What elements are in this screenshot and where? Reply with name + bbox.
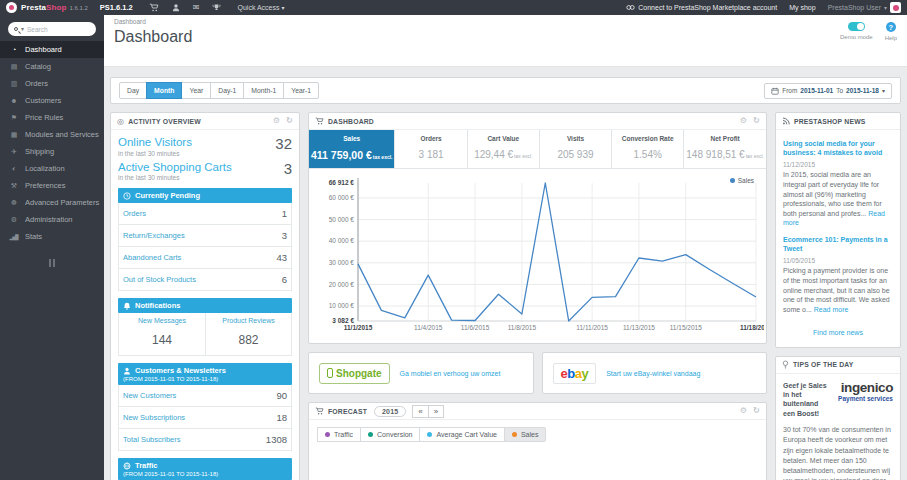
sidebar-item-orders[interactable]: ▥Orders (0, 75, 104, 92)
kpi-visits[interactable]: Visits205 939 (539, 130, 611, 168)
refresh-icon[interactable]: ↻ (286, 117, 293, 125)
sidebar-item-shipping[interactable]: ✈Shipping (0, 143, 104, 160)
kpi-net-profit[interactable]: Net Profit148 918,51 €tax excl. (683, 130, 766, 168)
forecast-legend: Traffic Conversion Average Cart Value Sa… (309, 420, 766, 449)
ebay-link[interactable]: Start uw eBay-winkel vandaag (606, 370, 700, 377)
brand-text: PrestaShop (21, 3, 66, 12)
date-range-button[interactable]: From2015-11-01 To2015-11-18 ▾ (764, 83, 892, 99)
activity-panel-title: ACTIVITY OVERVIEW (128, 118, 201, 125)
demo-mode-toggle[interactable]: Demo mode (840, 22, 873, 41)
news-article-title[interactable]: Using social media for your business: 4 … (783, 139, 893, 157)
legend-average-cart-value[interactable]: Average Cart Value (419, 427, 504, 442)
my-shop-link[interactable]: My shop (789, 4, 815, 11)
svg-text:11/6/2015: 11/6/2015 (461, 324, 490, 331)
month-button[interactable]: Month (146, 82, 182, 99)
tip-body: 30 tot 70% van de consumenten in Europa … (783, 425, 893, 480)
help-button[interactable]: ?Help (885, 22, 897, 41)
administration-icon: ⚙ (9, 216, 18, 224)
search-input[interactable] (27, 26, 79, 33)
tip-headline: Geef je Sales in het buitenland een Boos… (783, 381, 829, 419)
dashboard-panel-title: DASHBOARD (328, 118, 374, 125)
marketplace-link[interactable]: Connect to PrestaShop Marketplace accoun… (626, 4, 777, 11)
year-button[interactable]: Year (181, 82, 211, 99)
person-icon[interactable] (172, 3, 180, 12)
year-minus-1-button[interactable]: Year-1 (283, 82, 319, 99)
svg-text:60 000 €: 60 000 € (329, 194, 355, 201)
sidebar-item-advanced-parameters[interactable]: ☸Advanced Parameters (0, 194, 104, 211)
preferences-icon: ⚒ (9, 182, 18, 190)
kpi-conversion-rate[interactable]: Conversion Rate1.54% (611, 130, 683, 168)
legend-sales[interactable]: Sales (504, 427, 547, 442)
traffic-header: Traffic (FROM 2015-11-01 TO 2015-11-18) (118, 458, 292, 480)
refresh-icon[interactable]: ↻ (753, 407, 760, 415)
sidebar-item-administration[interactable]: ⚙Administration (0, 211, 104, 228)
news-article-date: 11/12/2015 (783, 161, 893, 168)
gear-icon[interactable]: ⚙ (740, 407, 747, 415)
sidebar: ▾ ◔Dashboard ▤Catalog ▥Orders ☻Customers… (0, 15, 104, 480)
sidebar-item-preferences[interactable]: ⚒Preferences (0, 177, 104, 194)
legend-conversion[interactable]: Conversion (360, 427, 420, 442)
dashboard-icon: ◔ (9, 46, 18, 53)
day-button[interactable]: Day (119, 82, 147, 99)
clock-icon (123, 192, 131, 200)
prestashop-news-panel: PRESTASHOP NEWS Using social media for y… (775, 112, 901, 348)
gear-icon[interactable]: ⚙ (273, 117, 280, 125)
online-visitors-link[interactable]: Online Visitors (118, 136, 192, 148)
find-more-news-link[interactable]: Find more news (776, 319, 900, 347)
sidebar-item-catalog[interactable]: ▤Catalog (0, 58, 104, 75)
sidebar-item-stats[interactable]: ▂▅█Stats (0, 228, 104, 245)
read-more-link[interactable]: Read more (814, 306, 849, 313)
month-minus-1-button[interactable]: Month-1 (243, 82, 284, 99)
prestashop-logo[interactable] (6, 2, 17, 13)
user-menu[interactable]: PrestaShop User ▾ (828, 2, 901, 13)
kpi-sales[interactable]: Sales411 759,00 €tax excl. (309, 130, 394, 168)
sidebar-item-localization[interactable]: ◐Localization (0, 160, 104, 177)
quick-access-menu[interactable]: Quick Access▾ (237, 4, 284, 11)
ingenico-logo[interactable]: ingenico Payment services (833, 381, 893, 419)
refresh-icon[interactable]: ↻ (753, 117, 760, 125)
shopgate-link[interactable]: Ga mobiel en verhoog uw omzet (400, 370, 501, 377)
chevron-down-icon[interactable]: ▾ (21, 26, 24, 32)
news-article-date: 11/05/2015 (783, 257, 893, 264)
sales-chart: 66 912 €60 000 €50 000 €40 000 €30 000 €… (309, 169, 766, 343)
sidebar-item-dashboard[interactable]: ◔Dashboard (0, 41, 104, 58)
pending-row-abandoned-carts: Abandoned Carts43 (118, 247, 292, 269)
trophy-icon[interactable] (212, 3, 221, 12)
svg-text:11/4/2015: 11/4/2015 (414, 324, 443, 331)
sidebar-item-price-rules[interactable]: ⚑Price Rules (0, 109, 104, 126)
active-carts-value: 3 (284, 161, 292, 176)
forecast-prev-button[interactable]: « (412, 405, 428, 418)
customers-row-total-subscribers: Total Subscribers1308 (118, 429, 292, 451)
chart-legend[interactable]: Sales (730, 177, 754, 184)
sidebar-item-customers[interactable]: ☻Customers (0, 92, 104, 109)
sidebar-item-modules[interactable]: ▦Modules and Services (0, 126, 104, 143)
forecast-next-button[interactable]: » (428, 405, 444, 418)
calendar-icon (771, 87, 779, 95)
legend-traffic[interactable]: Traffic (317, 427, 361, 442)
forecast-year-badge[interactable]: 2015 (374, 406, 406, 417)
day-minus-1-button[interactable]: Day-1 (210, 82, 244, 99)
ebay-module-card: ebay Start uw eBay-winkel vandaag (542, 352, 768, 394)
envelope-icon[interactable]: ✉ (193, 4, 200, 12)
notifications-header: Notifications (118, 298, 292, 313)
page-title: Dashboard (114, 28, 897, 46)
kpi-row: Sales411 759,00 €tax excl. Orders3 181 C… (309, 130, 766, 169)
help-icon: ? (886, 22, 896, 32)
online-visitors-metric: Online Visitors in the last 30 minutes 3… (118, 136, 292, 157)
breadcrumb[interactable]: Dashboard (114, 18, 897, 25)
page-header: Dashboard Dashboard Demo mode ?Help (104, 15, 907, 67)
svg-text:30 000 €: 30 000 € (329, 259, 355, 266)
active-carts-link[interactable]: Active Shopping Carts (118, 161, 232, 173)
news-panel-title: PRESTASHOP NEWS (794, 118, 865, 125)
cart-icon[interactable] (149, 3, 159, 12)
collapse-sidebar-button[interactable] (0, 259, 104, 267)
svg-text:11/15/2015: 11/15/2015 (670, 324, 702, 331)
active-carts-metric: Active Shopping Carts in the last 30 min… (118, 161, 292, 182)
kpi-cart-value[interactable]: Cart Value129,44 €tax excl. (467, 130, 539, 168)
kpi-orders[interactable]: Orders3 181 (394, 130, 466, 168)
gear-icon[interactable]: ⚙ (740, 117, 747, 125)
news-article-title[interactable]: Ecommerce 101: Payments in a Tweet (783, 235, 893, 253)
sidebar-search[interactable]: ▾ (8, 22, 96, 36)
shopgate-logo[interactable]: Shopgate (319, 363, 390, 384)
ebay-logo[interactable]: ebay (553, 363, 597, 384)
